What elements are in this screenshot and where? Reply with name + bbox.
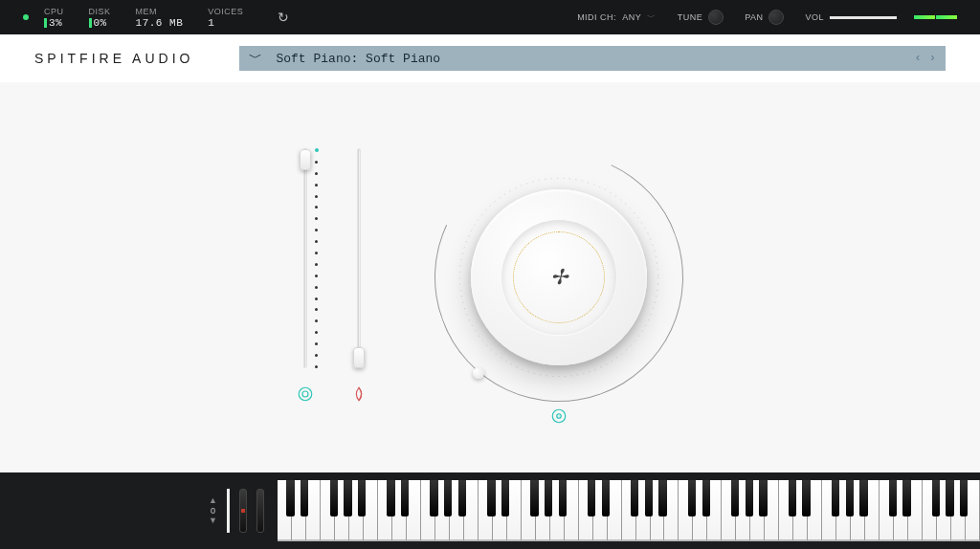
pan-control[interactable]: PAN <box>745 10 784 25</box>
preset-selector[interactable]: ﹀ Soft Piano: Soft Piano ‹ › <box>239 46 946 71</box>
dial-indicator <box>473 367 484 379</box>
black-key[interactable] <box>702 480 710 516</box>
tune-label: TUNE <box>678 12 703 22</box>
black-key[interactable] <box>487 480 495 516</box>
chevron-down-icon: ﹀ <box>647 11 657 24</box>
midi-value: ANY <box>622 12 641 22</box>
status-bar: CPU 3% DISK 0% MEM 17.6 MB VOICES 1 ↻ MI… <box>0 0 980 34</box>
octave-up-icon[interactable]: ▲ <box>209 497 217 504</box>
midi-label: MIDI CH: <box>577 12 616 22</box>
dynamics-icon[interactable] <box>350 385 368 406</box>
vol-label: VOL <box>805 12 824 22</box>
dynamics-slider[interactable] <box>354 148 364 368</box>
black-key[interactable] <box>731 480 739 516</box>
disk-label: DISK <box>89 7 111 16</box>
black-key[interactable] <box>859 480 867 516</box>
keyboard-footer: ▲ 0 ▼ <box>0 472 980 549</box>
power-led <box>23 14 29 20</box>
mem-stat: MEM 17.6 MB <box>136 7 184 29</box>
sliders-group <box>297 148 368 406</box>
octave-down-icon[interactable]: ▼ <box>209 517 217 524</box>
black-key[interactable] <box>444 480 452 516</box>
chevron-down-icon: ﹀ <box>249 50 262 67</box>
expression-icon[interactable] <box>297 385 314 406</box>
cpu-label: CPU <box>44 7 64 16</box>
cpu-stat: CPU 3% <box>44 7 64 29</box>
cpu-value: 3% <box>49 17 62 29</box>
black-key[interactable] <box>301 480 308 516</box>
pan-label: PAN <box>745 12 763 22</box>
black-key[interactable] <box>458 480 466 516</box>
main-panel: ✢ <box>0 82 980 472</box>
black-key[interactable] <box>430 480 437 516</box>
mod-wheel[interactable] <box>256 489 264 533</box>
svg-point-4 <box>557 414 562 419</box>
pan-knob[interactable] <box>768 10 784 25</box>
black-key[interactable] <box>802 480 810 516</box>
black-key[interactable] <box>932 480 940 516</box>
black-key[interactable] <box>286 480 294 516</box>
black-key[interactable] <box>344 480 351 516</box>
piano-keyboard[interactable] <box>278 480 980 541</box>
volume-control[interactable]: VOL <box>805 12 897 22</box>
vu-meter <box>914 15 957 19</box>
black-key[interactable] <box>759 480 767 516</box>
black-key[interactable] <box>688 480 696 516</box>
preset-prev-icon[interactable]: ‹ <box>915 52 922 65</box>
refresh-icon[interactable]: ↻ <box>278 10 290 25</box>
black-key[interactable] <box>602 480 610 516</box>
disk-stat: DISK 0% <box>89 7 111 29</box>
preset-name: Soft Piano: Soft Piano <box>276 52 440 66</box>
brand-logo: SPITFIRE AUDIO <box>34 51 193 66</box>
octave-value: 0 <box>211 506 215 516</box>
black-key[interactable] <box>631 480 638 516</box>
octave-stepper[interactable]: ▲ 0 ▼ <box>209 497 217 524</box>
pitch-bend-wheel[interactable] <box>239 489 247 533</box>
black-key[interactable] <box>789 480 796 516</box>
black-key[interactable] <box>501 480 509 516</box>
black-key[interactable] <box>658 480 666 516</box>
volume-slider[interactable] <box>830 16 897 19</box>
voices-stat: VOICES 1 <box>208 7 243 29</box>
black-key[interactable] <box>530 480 538 516</box>
reverb-icon[interactable] <box>550 407 568 428</box>
black-key[interactable] <box>358 480 366 516</box>
black-key[interactable] <box>387 480 394 516</box>
black-key[interactable] <box>330 480 338 516</box>
black-key[interactable] <box>889 480 897 516</box>
midi-channel[interactable]: MIDI CH: ANY ﹀ <box>577 11 657 24</box>
black-key[interactable] <box>832 480 839 516</box>
divider <box>227 489 230 533</box>
disk-value: 0% <box>94 17 107 29</box>
voices-label: VOICES <box>208 7 243 16</box>
svg-point-0 <box>299 387 312 401</box>
black-key[interactable] <box>645 480 653 516</box>
main-dial[interactable]: ✢ <box>434 153 683 402</box>
mem-value: 17.6 MB <box>136 17 184 29</box>
black-key[interactable] <box>545 480 552 516</box>
header: SPITFIRE AUDIO ﹀ Soft Piano: Soft Piano … <box>0 34 980 82</box>
black-key[interactable] <box>946 480 953 516</box>
expression-slider[interactable] <box>301 148 310 368</box>
tune-control[interactable]: TUNE <box>678 10 724 25</box>
black-key[interactable] <box>401 480 409 516</box>
black-key[interactable] <box>559 480 567 516</box>
black-key[interactable] <box>746 480 753 516</box>
mem-label: MEM <box>136 7 184 16</box>
black-key[interactable] <box>960 480 968 516</box>
black-key[interactable] <box>902 480 910 516</box>
voices-value: 1 <box>208 17 243 29</box>
black-key[interactable] <box>588 480 595 516</box>
black-key[interactable] <box>846 480 854 516</box>
svg-point-1 <box>302 391 308 397</box>
tune-knob[interactable] <box>708 10 724 25</box>
preset-next-icon[interactable]: › <box>929 52 936 65</box>
